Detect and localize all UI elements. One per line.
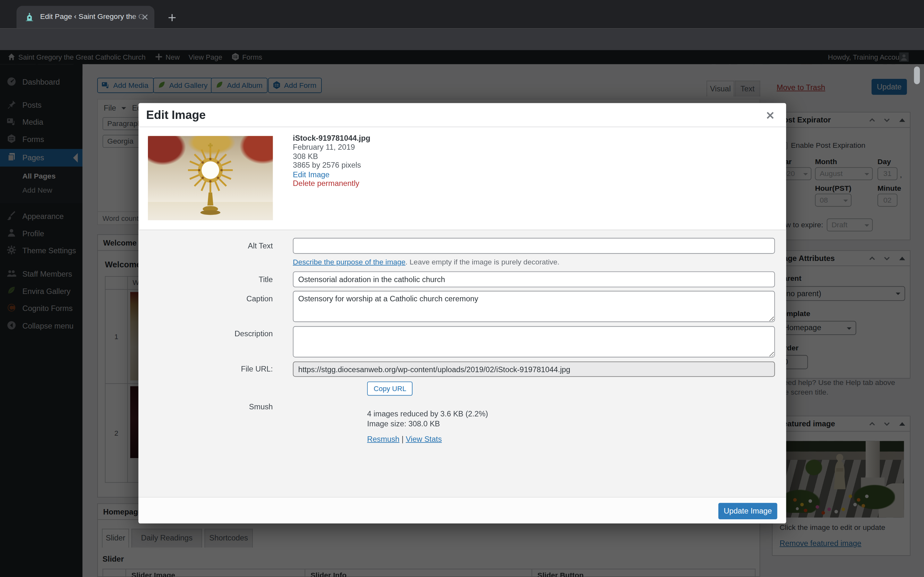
monstrance-graphic [180, 141, 241, 218]
edit-image-modal: Edit Image [139, 103, 787, 523]
file-name: iStock-919781044.jpg [293, 134, 371, 143]
alt-help-text: . Leave empty if the image is purely dec… [405, 258, 559, 266]
modal-footer: Update Image [139, 497, 787, 524]
alt-text-label: Alt Text [139, 242, 273, 250]
resmush-link[interactable]: Resmush [367, 435, 399, 444]
new-tab-icon[interactable] [168, 13, 177, 22]
browser-toolbar: stgg.diocesanweb.org/wp-admin/post.php?p… [0, 28, 924, 50]
update-image-button[interactable]: Update Image [718, 503, 777, 519]
caption-textarea[interactable]: Ostensory for worship at a Catholic chur… [293, 291, 775, 322]
edit-image-link[interactable]: Edit Image [293, 170, 330, 179]
links-separator: | [402, 435, 404, 444]
scrollbar-thumb[interactable] [914, 67, 920, 84]
close-icon[interactable] [764, 110, 776, 121]
file-dimensions: 3865 by 2576 pixels [293, 161, 371, 170]
alt-help-link[interactable]: Describe the purpose of the image [293, 258, 405, 266]
browser-tab[interactable]: Edit Page ‹ Saint Gregory the G [16, 6, 154, 28]
view-stats-link[interactable]: View Stats [406, 435, 442, 444]
smush-size: Image size: 308.0 KB [367, 419, 440, 428]
modal-header: Edit Image [139, 103, 787, 127]
modal-title: Edit Image [146, 108, 206, 122]
browser-tab-strip: Edit Page ‹ Saint Gregory the G [0, 0, 924, 28]
file-url-input[interactable] [293, 362, 775, 377]
smush-label: Smush [139, 402, 273, 411]
attachment-details: iStock-919781044.jpg February 11, 2019 3… [293, 134, 371, 188]
copy-url-button[interactable]: Copy URL [367, 382, 413, 396]
title-label: Title [139, 275, 273, 284]
file-url-label: File URL: [139, 364, 273, 374]
tab-title: Edit Page ‹ Saint Gregory the G [40, 13, 146, 22]
file-size: 308 KB [293, 152, 371, 161]
tab-close-icon[interactable] [142, 13, 149, 21]
tab-favicon-church-icon [25, 13, 34, 22]
file-date: February 11, 2019 [293, 143, 371, 152]
description-label: Description [139, 329, 273, 338]
alt-text-input[interactable] [293, 238, 775, 254]
smush-summary: 4 images reduced by 3.6 KB (2.2%) [367, 409, 488, 418]
screen: Edit Page ‹ Saint Gregory the G stgg.dio… [0, 0, 924, 577]
title-input[interactable] [293, 271, 775, 287]
caption-label: Caption [139, 294, 273, 303]
modal-form: Alt Text Describe the purpose of the ima… [139, 229, 787, 497]
delete-permanently-link[interactable]: Delete permanently [293, 179, 359, 188]
attachment-thumbnail [148, 136, 273, 220]
description-textarea[interactable] [293, 326, 775, 358]
